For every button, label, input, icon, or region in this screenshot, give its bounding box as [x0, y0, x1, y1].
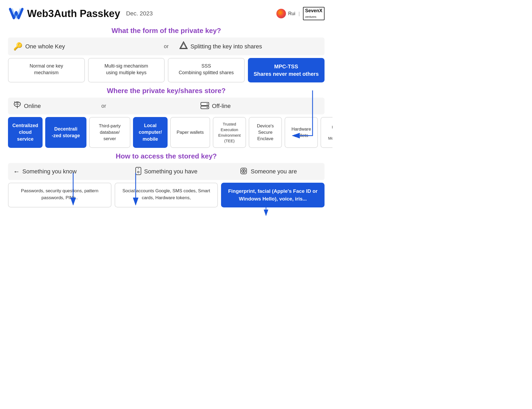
section2-title: Where the private key/shares store? [8, 87, 325, 95]
header: Web3Auth Passkey Dec. 2023 Rui | SevenXv… [8, 5, 325, 22]
storage-location-band: Online or Off-line [8, 98, 325, 114]
or-text-2: or [96, 103, 112, 109]
header-left: Web3Auth Passkey Dec. 2023 [8, 5, 153, 22]
have-icon [135, 167, 142, 176]
section1-title: What the form of the private key? [8, 27, 325, 35]
key-mechanism-boxes: Normal one keymechanism Multi-sig mechan… [8, 58, 325, 82]
sevenx-logo: SevenXventures [303, 7, 325, 20]
hardware-wallets-box: Hardwarewallets [285, 117, 318, 148]
key-form-band: 🔑 One whole Key or Splitting the key int… [8, 37, 325, 55]
svg-point-9 [138, 171, 139, 173]
tee-box: TrustedExecutionEnvironment(TEE) [213, 117, 246, 148]
header-date: Dec. 2023 [126, 10, 153, 17]
or-text-1: or [153, 43, 179, 49]
svg-point-6 [207, 103, 208, 105]
know-text: Something you know [22, 168, 77, 175]
multisig-box: Multi-sig mechanismusing multiple keys [88, 58, 165, 82]
access-detail-boxes: Passwords, security questions, pattern p… [8, 183, 325, 207]
mpc-tss-box: MPC-TSSShares never meet others [248, 58, 325, 82]
sss-box: SSSCombining splitted shares [168, 58, 245, 82]
thirdparty-db-box: Third-partydatabase/server [89, 117, 130, 148]
whole-key-item: 🔑 One whole Key [13, 42, 153, 51]
secure-enclave-box: Device'sSecureEnclave [249, 117, 282, 148]
section3-title: How to access the stored key? [8, 152, 325, 160]
are-icon [239, 167, 248, 176]
paper-wallets-box: Paper wallets [170, 117, 210, 148]
header-right: Rui | SevenXventures [276, 7, 325, 20]
online-text: Online [24, 103, 41, 110]
normal-key-box: Normal one keymechanism [8, 58, 85, 82]
social-accounts-box: Social accounts Google, SMS codes, Smart… [115, 183, 218, 207]
split-key-text: Splitting the key into shares [190, 43, 262, 50]
online-icon [13, 101, 21, 111]
web3auth-logo [8, 5, 24, 22]
whole-key-text: One whole Key [25, 43, 65, 50]
svg-point-7 [207, 107, 208, 108]
something-you-have-item: Something you have [115, 167, 217, 176]
passwords-box: Passwords, security questions, pattern p… [8, 183, 111, 207]
biometric-box: Fingerprint, facial (Apple's Face ID or … [221, 183, 325, 207]
avatar [276, 9, 286, 18]
author-name: Rui [288, 11, 295, 16]
online-section: Online [13, 101, 96, 111]
app-title: Web3Auth Passkey [27, 8, 120, 19]
access-method-band: ← Something you know Something you have [8, 163, 325, 180]
split-key-item: Splitting the key into shares [179, 41, 319, 52]
key-icon: 🔑 [13, 42, 23, 51]
centralized-cloud-box: Centralizedcloud service [8, 117, 43, 148]
separator: | [298, 11, 300, 16]
svg-point-12 [243, 170, 244, 172]
hsm-box: HardwareSecurityModule(HSM) [321, 117, 332, 148]
offline-text: Off-line [212, 103, 231, 110]
are-text: Someone you are [251, 168, 297, 175]
have-text: Something you have [144, 168, 198, 175]
offline-section: Off-line [112, 102, 319, 110]
decentralized-storage-box: Decentrali-zed storage [45, 117, 86, 148]
local-computer-box: Localcomputer/mobile [133, 117, 168, 148]
know-icon: ← [13, 168, 20, 175]
storage-boxes-row: Centralizedcloud service Decentrali-zed … [8, 117, 325, 148]
something-you-know-item: ← Something you know [13, 168, 115, 175]
split-icon [179, 41, 188, 52]
offline-icon [200, 102, 209, 110]
someone-you-are-item: Someone you are [217, 167, 319, 176]
